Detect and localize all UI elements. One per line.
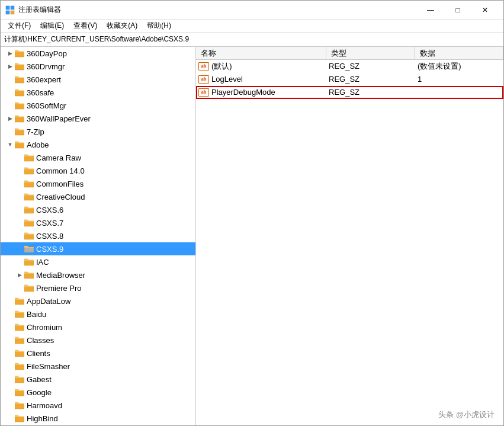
tree-item-common14[interactable]: Common 14.0 <box>1 164 195 177</box>
tree-item-360daypop[interactable]: ▶ 360DayPop <box>1 47 195 60</box>
tree-item-gabest[interactable]: Gabest <box>1 373 195 386</box>
tree-item-label: CSXS.8 <box>36 232 63 241</box>
folder-icon <box>15 310 24 318</box>
tree-item-classes[interactable]: Classes <box>1 334 195 347</box>
tree-expander[interactable] <box>15 257 24 267</box>
tree-item-label: Premiere Pro <box>36 284 82 293</box>
cell-data: (数值未设置) <box>415 61 503 72</box>
tree-item-clients[interactable]: Clients <box>1 347 195 360</box>
table-row[interactable]: abPlayerDebugModeREG_SZ <box>196 86 503 99</box>
tree-expander[interactable]: ▶ <box>15 270 24 280</box>
tree-item-csxs9[interactable]: CSXS.9 <box>1 242 195 255</box>
menu-file[interactable]: 文件(F) <box>3 20 36 32</box>
tree-item-csxs7[interactable]: CSXS.7 <box>1 216 195 229</box>
tree-item-360expert[interactable]: 360expert <box>1 73 195 86</box>
title-bar: 注册表编辑器 — □ ✕ <box>1 1 503 20</box>
tree-item-adobe[interactable]: ▼ Adobe <box>1 138 195 151</box>
folder-icon <box>15 375 24 383</box>
tree-item-chromium[interactable]: Chromium <box>1 321 195 334</box>
tree-item-iac[interactable]: IAC <box>1 255 195 268</box>
tree-expander[interactable] <box>5 322 15 332</box>
col-data[interactable]: 数据 <box>415 47 503 59</box>
menu-view[interactable]: 查看(V) <box>69 20 102 32</box>
tree-item-label: 7-Zip <box>27 127 44 136</box>
tree-expander[interactable] <box>5 361 15 371</box>
tree-expander[interactable] <box>15 218 24 228</box>
maximize-button[interactable]: □ <box>444 1 471 20</box>
tree-expander[interactable] <box>5 374 15 384</box>
tree-item-baidu[interactable]: Baidu <box>1 308 195 321</box>
tree-item-mediabrowser[interactable]: ▶ MediaBrowser <box>1 268 195 281</box>
reg-sz-icon: ab <box>198 75 209 84</box>
svg-rect-3 <box>11 11 14 14</box>
menu-favorites[interactable]: 收藏夹(A) <box>102 20 142 32</box>
tree-expander[interactable]: ▼ <box>5 140 15 149</box>
tree-expander[interactable] <box>5 296 15 306</box>
tree-expander[interactable] <box>5 101 15 110</box>
tree-expander[interactable] <box>5 414 15 423</box>
folder-icon <box>15 323 24 331</box>
tree-item-label: Classes <box>27 336 54 345</box>
tree-expander[interactable] <box>5 88 15 97</box>
tree-item-360wallpaperever[interactable]: ▶ 360WallPaperEver <box>1 112 195 125</box>
tree-item-appdatalow[interactable]: AppDataLow <box>1 294 195 308</box>
tree-item-label: Clients <box>27 349 50 358</box>
tree-item-label: Adobe <box>27 140 49 149</box>
tree-expander[interactable] <box>5 335 15 345</box>
table-row[interactable]: abLogLevelREG_SZ1 <box>196 73 503 86</box>
folder-icon <box>24 206 34 214</box>
tree-expander[interactable] <box>5 309 15 319</box>
menu-help[interactable]: 帮助(H) <box>142 20 176 32</box>
tree-expander[interactable]: ▶ <box>5 114 15 123</box>
tree-item-7-zip[interactable]: 7-Zip <box>1 125 195 138</box>
tree-item-highbind[interactable]: HighBind <box>1 412 195 425</box>
tree-expander[interactable]: ▶ <box>5 62 15 71</box>
tree-expander[interactable] <box>5 387 15 397</box>
tree-item-360safe[interactable]: 360safe <box>1 86 195 99</box>
close-button[interactable]: ✕ <box>471 1 499 20</box>
tree-expander[interactable] <box>5 348 15 358</box>
tree-item-label: Baidu <box>27 310 46 319</box>
tree-expander[interactable] <box>15 179 24 188</box>
tree-item-360drvmgr[interactable]: ▶ 360Drvmgr <box>1 60 195 73</box>
table-row[interactable]: ab(默认)REG_SZ(数值未设置) <box>196 60 503 73</box>
tree-expander[interactable] <box>5 75 15 84</box>
folder-icon <box>24 232 34 240</box>
tree-expander[interactable] <box>5 127 15 136</box>
right-panel: 名称 类型 数据 ab(默认)REG_SZ(数值未设置)abLogLevelRE… <box>196 47 503 425</box>
minimize-button[interactable]: — <box>417 1 444 20</box>
tree-item-commonfiles[interactable]: CommonFiles <box>1 177 195 190</box>
folder-icon <box>15 297 24 305</box>
tree-expander[interactable] <box>15 283 24 293</box>
folder-icon <box>24 153 34 162</box>
svg-rect-1 <box>11 6 14 9</box>
tree-expander[interactable] <box>15 205 24 214</box>
tree-expander[interactable] <box>15 231 24 241</box>
folder-icon <box>24 193 34 201</box>
tree-item-label: 360safe <box>27 88 54 97</box>
tree-item-csxs8[interactable]: CSXS.8 <box>1 229 195 242</box>
folder-icon <box>24 271 34 279</box>
col-type[interactable]: 类型 <box>326 47 415 59</box>
tree-item-creativecloud[interactable]: CreativeCloud <box>1 190 195 203</box>
tree-item-label: IAC <box>36 258 49 267</box>
tree-panel[interactable]: ▶ 360DayPop▶ 360Drvmgr 360expert 360safe… <box>1 47 196 425</box>
menu-edit[interactable]: 编辑(E) <box>36 20 69 32</box>
folder-icon <box>15 49 24 57</box>
tree-expander[interactable]: ▶ <box>5 49 15 58</box>
tree-expander[interactable] <box>5 401 15 410</box>
tree-item-premiere-pro[interactable]: Premiere Pro <box>1 281 195 294</box>
tree-item-360softmgr[interactable]: 360SoftMgr <box>1 99 195 112</box>
tree-item-google[interactable]: Google <box>1 386 195 399</box>
tree-expander[interactable] <box>15 153 24 162</box>
tree-item-camera-raw[interactable]: Camera Raw <box>1 151 195 164</box>
tree-item-csxs6[interactable]: CSXS.6 <box>1 203 195 216</box>
tree-item-filesmasher[interactable]: FileSmasher <box>1 360 195 373</box>
tree-expander[interactable] <box>15 166 24 175</box>
col-name[interactable]: 名称 <box>196 47 326 59</box>
tree-item-harmoavd[interactable]: Harmoavd <box>1 399 195 412</box>
folder-icon <box>15 88 24 97</box>
tree-expander[interactable] <box>15 192 24 201</box>
tree-item-label: CommonFiles <box>36 180 84 188</box>
tree-expander[interactable] <box>15 244 24 254</box>
